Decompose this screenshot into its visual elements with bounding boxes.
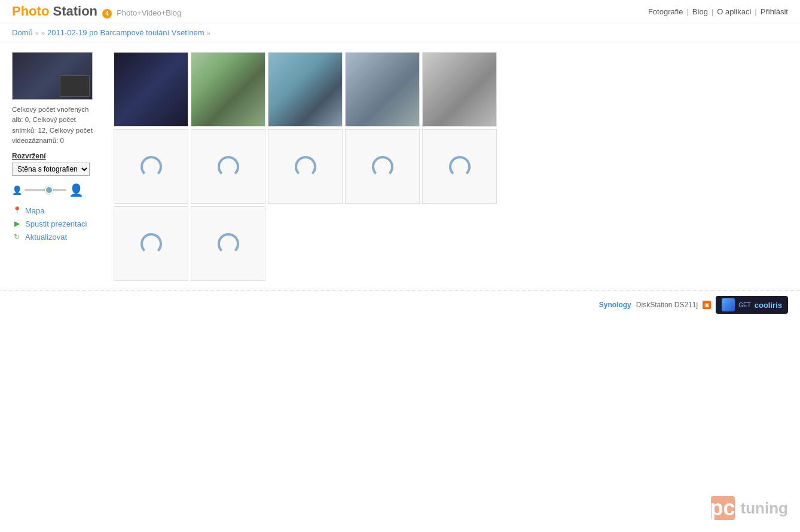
photo-grid [114, 52, 788, 281]
cooliris-name: cooliris [755, 301, 782, 310]
photo-cell[interactable] [268, 52, 343, 127]
spinner-icon [141, 233, 162, 255]
play-icon: ▶ [12, 219, 22, 228]
cooliris-get: GET [738, 302, 751, 308]
photo-cell-loading[interactable] [345, 129, 420, 204]
breadcrumb-album[interactable]: Barcampové toulání Vsetínem [100, 28, 204, 37]
sidebar: Celkový počet vnořených alb: 0, Celkový … [12, 52, 102, 281]
photo-cell-loading[interactable] [191, 129, 265, 204]
person-small-icon: 👤 [12, 185, 22, 195]
spinner-icon [372, 156, 393, 178]
spustit-label: Spustit prezentaci [25, 219, 87, 228]
spinner-icon [449, 156, 471, 178]
rss-icon: ▣ [703, 301, 711, 309]
photo-cell[interactable] [345, 52, 420, 127]
breadcrumb-arrow3: » [207, 29, 210, 36]
nav-links: Fotografie | Blog | O aplikaci | Přihlás… [648, 7, 788, 16]
app-logo: Photo Station 4 [12, 4, 113, 19]
thumb-size-slider[interactable] [25, 189, 66, 191]
footer: Synology DiskStation DS211j ▣ GET coolir… [0, 291, 800, 319]
map-icon: 📍 [12, 206, 22, 215]
aktualizovat-label: Aktualizovat [25, 233, 67, 241]
photo-cell[interactable] [114, 52, 188, 127]
photo-cell-loading[interactable] [268, 129, 343, 204]
aktualizovat-action[interactable]: ↻ Aktualizovat [12, 232, 102, 241]
logo-photo: Photo [12, 4, 49, 19]
mapa-label: Mapa [25, 206, 45, 215]
nav-blog[interactable]: Blog [692, 7, 708, 16]
nav-prihlasit[interactable]: Přihlásit [761, 7, 788, 16]
diskstation-text: DiskStation DS211j [636, 301, 698, 309]
main-content: Celkový počet vnořených alb: 0, Celkový … [0, 42, 800, 291]
photo-cell-loading[interactable] [114, 129, 188, 204]
spinner-icon [218, 156, 239, 178]
photo-cell[interactable] [422, 52, 497, 127]
synology-text: Synology [599, 301, 631, 309]
album-thumb-mini [60, 75, 90, 97]
cooliris-badge[interactable]: GET cooliris [716, 296, 788, 314]
rozvreni-label: Rozvržení [12, 152, 102, 160]
synology-link[interactable]: Synology [599, 301, 631, 309]
logo-version: 4 [102, 9, 112, 19]
thumb-size-row: 👤 👤 [12, 183, 102, 197]
logo-station: Station [53, 4, 97, 19]
breadcrumb-arrow1: » [35, 29, 39, 36]
spustit-prezentaci-action[interactable]: ▶ Spustit prezentaci [12, 219, 102, 228]
nav-o-aplikaci[interactable]: O aplikaci [717, 7, 751, 16]
mapa-action[interactable]: 📍 Mapa [12, 206, 102, 215]
person-large-icon: 👤 [69, 183, 84, 197]
refresh-icon: ↻ [12, 232, 22, 241]
album-stats: Celkový počet vnořených alb: 0, Celkový … [12, 105, 102, 146]
header: Photo Station 4 Photo+Video+Blog Fotogra… [0, 0, 800, 23]
breadcrumb: Domů » » 2011-02-19 po Barcampové toulán… [0, 23, 800, 42]
breadcrumb-home[interactable]: Domů [12, 28, 33, 37]
nav-sep2: | [712, 7, 713, 16]
photo-cell-loading[interactable] [114, 206, 188, 281]
spinner-icon [295, 156, 316, 178]
breadcrumb-arrow2: » [41, 29, 45, 36]
logo-subtitle: Photo+Video+Blog [117, 8, 181, 17]
nav-sep1: | [686, 7, 688, 16]
photo-cell-loading[interactable] [422, 129, 497, 204]
sidebar-actions: 📍 Mapa ▶ Spustit prezentaci ↻ Aktualizov… [12, 206, 102, 241]
nav-fotografie[interactable]: Fotografie [648, 7, 683, 16]
rozvreni-select[interactable]: Stěna s fotografiemi Mřížka Blog [12, 163, 90, 176]
spinner-icon [218, 233, 239, 255]
nav-sep3: | [755, 7, 756, 16]
spinner-icon [141, 156, 162, 178]
cooliris-icon [722, 298, 735, 311]
breadcrumb-date[interactable]: 2011-02-19 po [47, 28, 98, 37]
logo-area: Photo Station 4 Photo+Video+Blog [12, 4, 181, 19]
photo-cell[interactable] [191, 52, 265, 127]
album-thumbnail [12, 52, 93, 100]
photo-cell-loading[interactable] [191, 206, 265, 281]
